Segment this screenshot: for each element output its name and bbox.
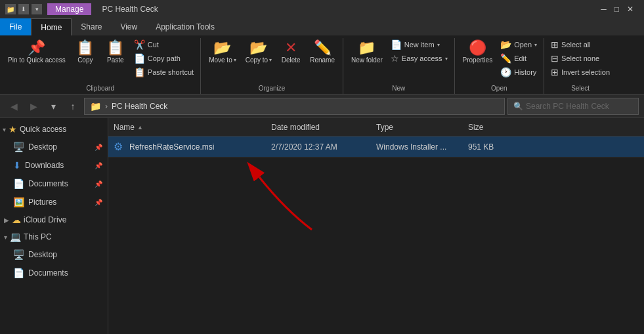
tab-share[interactable]: Share [72, 18, 111, 35]
back-btn[interactable]: ◀ [5, 98, 22, 115]
tab-file[interactable]: File [0, 18, 31, 35]
copy-path-btn[interactable]: 📄 Copy path [131, 52, 196, 65]
select-all-btn[interactable]: ⊞ Select all [548, 38, 612, 51]
history-icon: 🕐 [500, 67, 511, 77]
tb-arrow-icon: ▾ [32, 4, 42, 14]
quick-access-star-icon: ★ [9, 124, 17, 135]
file-size-cell: 951 KB [468, 142, 521, 152]
rename-label: Rename [310, 56, 335, 64]
this-pc-documents-label: Documents [28, 268, 102, 278]
paste-btn-large[interactable]: 📋 Paste [101, 38, 130, 66]
sidebar-this-pc-header[interactable]: ▾ 💻 This PC [0, 228, 108, 245]
open-icon: 📂 [500, 39, 511, 50]
history-btn[interactable]: 🕐 History [498, 66, 540, 79]
sidebar-pictures-label: Pictures [28, 198, 91, 207]
sidebar-item-downloads[interactable]: ⬇ Downloads 📌 [0, 156, 108, 175]
sidebar-item-desktop[interactable]: 🖥️ Desktop 📌 [0, 138, 108, 156]
clipboard-label: Clipboard [4, 83, 196, 94]
title-bar-icons: 📁 ⬇ ▾ [5, 4, 42, 14]
scissors-icon: ✂️ [134, 39, 145, 50]
copy-icon: 📋 [76, 41, 94, 55]
move-to-icon: 📂 [213, 41, 231, 55]
properties-label: Properties [463, 56, 493, 64]
col-type-header[interactable]: Type [376, 123, 468, 132]
select-none-btn[interactable]: ⊟ Select none [548, 52, 612, 65]
organize-group: 📂 Move to ▾ 📂 Copy to ▾ ✕ Delete ✏️ Rena [201, 38, 343, 94]
easy-access-label: Easy access [402, 54, 442, 62]
cut-btn[interactable]: ✂️ Cut [131, 38, 196, 51]
open-label: Open [459, 83, 540, 94]
manage-tab[interactable]: Manage [47, 3, 91, 15]
col-size-header[interactable]: Size [468, 123, 521, 132]
col-date-header[interactable]: Date modified [271, 123, 376, 132]
sidebar-item-this-pc-desktop[interactable]: 🖥️ Desktop [0, 245, 108, 264]
sidebar-quick-access-header[interactable]: ▾ ★ Quick access [0, 121, 108, 138]
delete-btn[interactable]: ✕ Delete [277, 38, 305, 66]
copy-to-label: Copy to [246, 56, 268, 64]
table-row[interactable]: ⚙ RefreshRateService.msi 2/7/2020 12:37 … [108, 136, 644, 157]
tab-home[interactable]: Home [31, 18, 72, 35]
pin-to-quick-access-btn[interactable]: 📌 Pin to Quick access [4, 38, 70, 67]
new-folder-btn[interactable]: 📁 New folder [347, 38, 387, 67]
move-to-arrow: ▾ [234, 57, 236, 63]
new-folder-label: New folder [351, 56, 383, 64]
rename-btn[interactable]: ✏️ Rename [306, 38, 339, 66]
close-btn[interactable]: ✕ [627, 5, 633, 14]
clipboard-group: 📌 Pin to Quick access 📋 Copy 📋 Paste ✂️ … [0, 38, 201, 94]
sidebar-icloud-header[interactable]: ▶ ☁ iCloud Drive [0, 211, 108, 228]
sidebar-documents-label: Documents [28, 179, 91, 188]
invert-selection-btn[interactable]: ⊞ Invert selection [548, 66, 612, 79]
new-item-btn[interactable]: 📄 New item ▾ [388, 38, 450, 51]
this-pc-expand-arrow: ▾ [4, 234, 7, 241]
edit-btn[interactable]: ✏️ Edit [498, 52, 540, 65]
tab-application-tools[interactable]: Application Tools [146, 18, 224, 35]
title-bar-tabs: Manage PC Health Ceck [47, 3, 601, 15]
move-to-btn[interactable]: 📂 Move to ▾ [205, 38, 240, 66]
open-btn[interactable]: 📂 Open ▾ [498, 38, 540, 51]
properties-btn[interactable]: 🔴 Properties [459, 38, 497, 66]
up-btn[interactable]: ↑ [64, 98, 81, 115]
ribbon: 📌 Pin to Quick access 📋 Copy 📋 Paste ✂️ … [0, 35, 644, 94]
minimize-btn[interactable]: ─ [601, 5, 607, 14]
sidebar-item-this-pc-documents[interactable]: 📄 Documents [0, 264, 108, 282]
address-bar[interactable]: 📁 › PC Health Ceck [84, 98, 505, 115]
select-all-label: Select all [561, 41, 591, 49]
paste-icon: 📋 [106, 41, 124, 55]
quick-access-icon-tb: ⬇ [18, 4, 29, 14]
sidebar: ▾ ★ Quick access 🖥️ Desktop 📌 ⬇ Download… [0, 118, 108, 334]
icloud-expand-arrow: ▶ [4, 217, 9, 224]
delete-label: Delete [282, 56, 301, 64]
sidebar-item-pictures[interactable]: 🖼️ Pictures 📌 [0, 193, 108, 211]
select-label: Select [548, 83, 612, 94]
easy-access-btn[interactable]: ☆ Easy access ▾ [388, 52, 450, 65]
copy-path-label: Copy path [148, 54, 181, 62]
copy-to-btn[interactable]: 📂 Copy to ▾ [242, 38, 276, 66]
delete-icon: ✕ [285, 41, 297, 55]
annotation-arrow [240, 157, 325, 238]
select-group: ⊞ Select all ⊟ Select none ⊞ Invert sele… [544, 38, 616, 94]
search-box[interactable]: 🔍 Search PC Health Ceck [507, 98, 639, 115]
tab-view[interactable]: View [111, 18, 146, 35]
desktop-folder-icon: 🖥️ [13, 142, 24, 152]
msi-file-icon: ⚙ [114, 140, 123, 153]
file-area: Name ▲ Date modified Type Size ⚙ Refresh… [108, 118, 644, 334]
forward-btn[interactable]: ▶ [25, 98, 42, 115]
open-label: Open [514, 41, 532, 49]
edit-icon: ✏️ [500, 53, 511, 64]
sort-arrow: ▲ [137, 124, 143, 131]
copy-path-icon: 📄 [134, 53, 145, 64]
maximize-btn[interactable]: □ [614, 5, 619, 14]
search-placeholder: Search PC Health Ceck [526, 102, 609, 111]
file-name-text: RefreshRateService.msi [129, 142, 214, 152]
sidebar-item-documents[interactable]: 📄 Documents 📌 [0, 175, 108, 193]
title-tab-name: PC Health Ceck [94, 3, 165, 15]
select-none-label: Select none [561, 54, 599, 62]
this-pc-documents-icon: 📄 [13, 268, 24, 278]
copy-label: Copy [77, 56, 93, 64]
desktop-pin-icon: 📌 [95, 144, 102, 151]
paste-shortcut-btn[interactable]: 📋 Paste shortcut [131, 66, 196, 79]
copy-btn-large[interactable]: 📋 Copy [71, 38, 100, 66]
recent-locations-btn[interactable]: ▾ [45, 98, 62, 115]
col-name-header[interactable]: Name ▲ [114, 123, 271, 132]
downloads-folder-icon: ⬇ [13, 160, 21, 171]
